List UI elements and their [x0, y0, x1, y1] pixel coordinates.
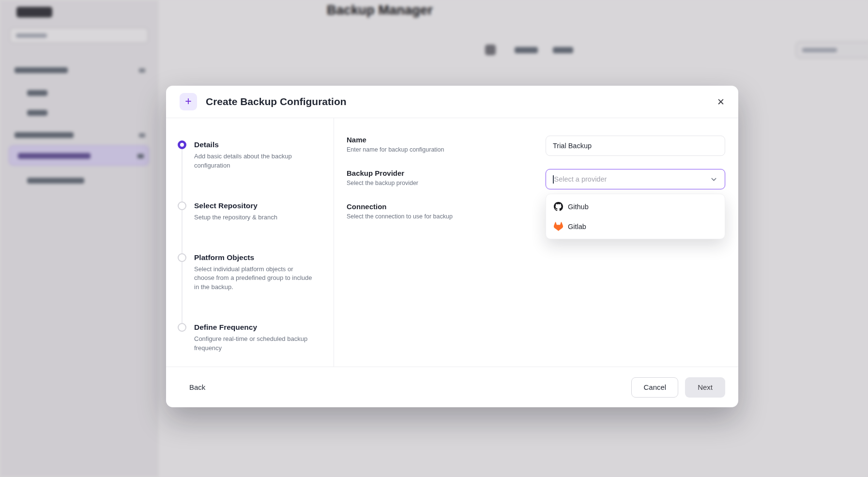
modal-footer: Back Cancel Next [166, 367, 738, 407]
step-title: Select Repository [194, 201, 320, 210]
chevron-down-icon [710, 175, 718, 184]
close-icon[interactable]: ✕ [717, 96, 725, 108]
github-icon [554, 202, 563, 211]
provider-select[interactable]: Select a provider [546, 169, 725, 189]
name-row: Name Enter name for backup configuration [347, 136, 725, 156]
next-button[interactable]: Next [685, 377, 725, 398]
step-title: Details [194, 140, 320, 149]
provider-label: Backup Provider [347, 169, 418, 177]
form-column: Name Enter name for backup configuration… [334, 118, 738, 367]
step-platform-objects-radio[interactable] [178, 253, 186, 262]
step-define-frequency: Define Frequency Configure real-time or … [178, 323, 320, 353]
provider-hint: Select the backup provider [347, 180, 418, 186]
provider-placeholder: Select a provider [554, 175, 607, 183]
step-description: Setup the repository & branch [194, 213, 315, 222]
option-label: Gitlab [568, 223, 586, 231]
back-button[interactable]: Back [189, 383, 205, 391]
provider-option-gitlab[interactable]: Gitlab [546, 216, 725, 236]
step-title: Platform Objects [194, 253, 320, 262]
step-select-repository-radio[interactable] [178, 201, 186, 210]
modal-header: + Create Backup Configuration ✕ [166, 86, 738, 118]
connection-label: Connection [347, 202, 453, 211]
plus-icon: + [180, 93, 197, 110]
connection-hint: Select the connection to use for backup [347, 213, 453, 220]
create-backup-modal: + Create Backup Configuration ✕ Details … [166, 86, 738, 407]
provider-dropdown: Github Gitlab [546, 194, 725, 239]
stepper: Details Add basic details about the back… [166, 118, 334, 367]
provider-row: Backup Provider Select the backup provid… [347, 169, 725, 189]
cancel-button[interactable]: Cancel [631, 377, 678, 398]
text-caret [553, 175, 554, 184]
gitlab-icon [554, 222, 563, 231]
step-description: Select individual platform objects or ch… [194, 265, 315, 292]
step-platform-objects: Platform Objects Select individual platf… [178, 253, 320, 292]
name-hint: Enter name for backup configuration [347, 146, 444, 153]
step-description: Add basic details about the backup confi… [194, 152, 315, 170]
option-label: Github [568, 203, 589, 211]
name-input[interactable] [546, 136, 725, 156]
modal-body: Details Add basic details about the back… [166, 118, 738, 367]
provider-option-github[interactable]: Github [546, 197, 725, 216]
modal-title: Create Backup Configuration [206, 96, 347, 108]
step-title: Define Frequency [194, 323, 320, 332]
step-define-frequency-radio[interactable] [178, 323, 186, 332]
step-details-radio[interactable] [178, 140, 186, 149]
step-description: Configure real-time or scheduled backup … [194, 335, 315, 353]
name-label: Name [347, 136, 444, 144]
step-details: Details Add basic details about the back… [178, 140, 320, 170]
step-select-repository: Select Repository Setup the repository &… [178, 201, 320, 222]
